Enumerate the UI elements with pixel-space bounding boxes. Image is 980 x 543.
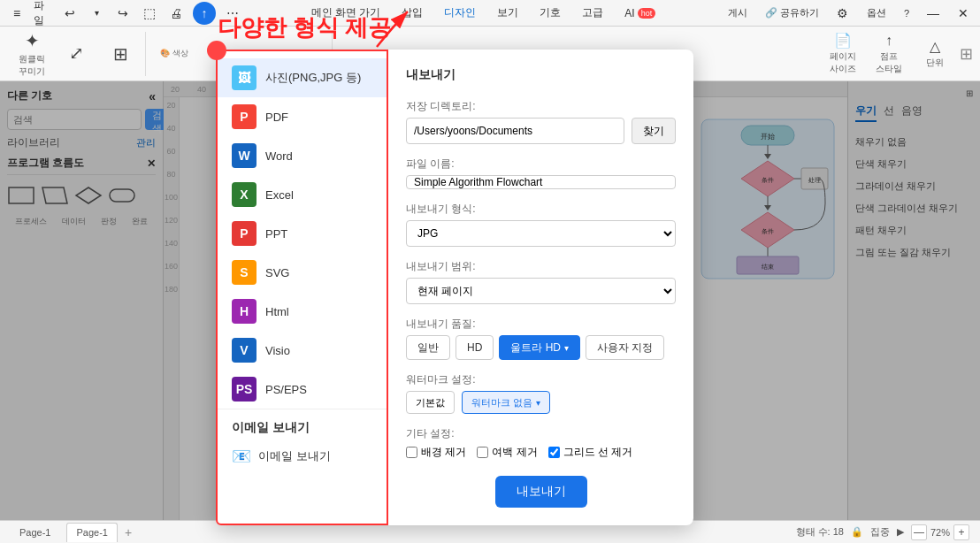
format-item-pdf[interactable]: P PDF [218,97,387,136]
play-btn[interactable]: ▶ [897,526,904,538]
filename-label: 파일 이름: [406,157,676,172]
window-close[interactable]: ✕ [953,4,973,23]
format-icon-image: 🖼 [232,65,256,90]
format-label-excel: Excel [265,188,294,202]
export-submit-btn[interactable]: 내보내기 [495,476,587,508]
format-label-ppt: PPT [265,227,287,241]
window-minimize[interactable]: — [923,4,943,23]
checkbox-bg-item[interactable]: 배경 제거 [406,445,466,460]
print-btn[interactable]: 🖨 [166,4,186,23]
format-item-pseps[interactable]: PS PS/EPS [218,370,387,409]
filename-input[interactable] [406,175,676,189]
jump-style-icon: ↑ [885,33,892,49]
quality-ultra-hd-btn[interactable]: 울트라 HD ▾ [499,335,580,360]
settings-icon[interactable]: ⚙ [833,4,853,23]
unit-btn[interactable]: △ 단위 [914,32,956,76]
arrange-btn[interactable]: ⊞ [99,32,142,76]
undo-dropdown[interactable]: ▾ [87,4,106,23]
menu-file-icon[interactable]: 파일 [34,4,53,23]
zoom-in-btn[interactable]: + [953,524,969,540]
zoom-control: — 72% + [911,524,969,540]
checkbox-margin-item[interactable]: 여백 제거 [477,445,537,460]
unit-label: 단위 [926,57,944,69]
zoom-level: 72% [930,527,950,538]
status-right: 형태 수: 18 🔒 집중 ▶ — 72% + [796,524,969,540]
toolbar-expand-icon[interactable]: ⊞ [960,44,973,64]
quality-ultra-hd-label: 울트라 HD [510,340,561,356]
format-item-ppt[interactable]: P PPT [218,214,387,253]
zoom-out-btn[interactable]: — [911,524,927,540]
quality-custom-btn[interactable]: 사용자 지정 [586,335,664,360]
save-btn[interactable]: ⬚ [140,4,159,23]
group-focus-btn[interactable]: 집중 [870,525,890,539]
checkbox-bg-label: 배경 제거 [421,445,466,460]
watermark-none-btn[interactable]: 워터마크 없음 ▾ [462,391,550,414]
watermark-default-btn[interactable]: 기본값 [406,391,455,414]
jump-style-btn[interactable]: ↑ 점프스타일 [868,32,910,76]
undo-btn[interactable]: ↩ [60,4,80,23]
page-tab-2[interactable]: Page-1 [66,523,117,542]
email-send-label: 이메일 보내기 [258,448,331,464]
quality-hd-btn[interactable]: HD [456,335,494,360]
one-click-btn[interactable]: ✦ 원클릭꾸미기 [11,32,53,76]
export-share-btn[interactable]: ↑ [193,2,216,25]
color-btn[interactable]: 🎨 색상 [153,32,195,76]
menu-design[interactable]: 디자인 [440,4,479,22]
other-settings-label: 기타 설정: [406,426,676,441]
scope-label: 내보내기 범위: [406,259,676,274]
connect-btn[interactable]: ⤢ [55,32,97,76]
options-btn[interactable]: 옵션 [863,4,890,21]
page-size-btn[interactable]: 📄 페이지사이즈 [822,32,864,76]
watermark-group: 워터마크 설정: 기본값 워터마크 없음 ▾ [406,372,676,414]
help-btn[interactable]: ? [900,6,913,20]
post-btn[interactable]: 게시 [724,4,751,21]
format-select[interactable]: JPG [406,220,676,247]
email-section-title: 이메일 보내기 [232,420,372,436]
storage-path-input[interactable] [406,118,624,144]
modal-overlay[interactable]: 다양한 형식 제공 🖼 사진(PNG,JPG 등) P PDF [0,81,980,520]
format-item-visio[interactable]: V Visio [218,331,387,370]
checkbox-grid[interactable] [548,447,560,458]
app-menu-icon[interactable]: ≡ [7,4,27,23]
menu-view[interactable]: 보기 [494,4,522,22]
redo-btn[interactable]: ↪ [113,4,133,23]
format-group: 내보내기 형식: JPG [406,202,676,247]
email-icon: 📧 [232,447,251,466]
page-add-btn[interactable]: + [125,525,132,539]
checkbox-margin[interactable] [477,447,488,458]
format-item-image[interactable]: 🖼 사진(PNG,JPG 등) [218,58,387,97]
quality-row: 일반 HD 울트라 HD ▾ 사용자 지정 [406,335,676,360]
format-label-visio: Visio [265,344,290,357]
menu-symbol[interactable]: 기호 [536,4,564,22]
format-list-container: 다양한 형식 제공 🖼 사진(PNG,JPG 등) P PDF [216,50,388,525]
share-btn[interactable]: 🔗 공유하기 [762,4,823,21]
connect-icon: ⤢ [69,42,84,64]
format-item-html[interactable]: H Html [218,292,387,331]
email-send-btn[interactable]: 📧 이메일 보내기 [232,443,372,470]
menu-bar-right: 게시 🔗 공유하기 ⚙ 옵션 ? — ✕ [724,4,973,23]
checkbox-grid-item[interactable]: 그리드 선 제거 [548,445,633,460]
lock-icon[interactable]: 🔒 [851,526,863,538]
unit-icon: △ [930,38,940,55]
format-icon-word: W [232,143,256,168]
menu-bar-left: ≡ 파일 ↩ ▾ ↪ ⬚ 🖨 ↑ ⋯ [7,2,242,25]
page-tab-1[interactable]: Page-1 [11,523,59,542]
quality-normal-btn[interactable]: 일반 [406,335,450,360]
browse-button[interactable]: 찾기 [632,118,676,144]
format-icon-excel: X [232,182,256,207]
quality-group: 내보내기 품질: 일반 HD 울트라 HD ▾ 사용자 지정 [406,317,676,360]
format-label-pdf: PDF [265,111,288,124]
arrange-icon: ⊞ [113,43,128,65]
filename-group: 파일 이름: [406,157,676,189]
format-item-svg[interactable]: S SVG [218,253,387,292]
format-item-word[interactable]: W Word [218,136,387,175]
format-item-excel[interactable]: X Excel [218,175,387,214]
checkbox-grid-label: 그리드 선 제거 [563,445,633,460]
modal-close-btn[interactable] [207,41,226,60]
checkbox-bg[interactable] [406,447,417,458]
menu-ai[interactable]: AI hot [621,5,659,21]
menu-advanced[interactable]: 고급 [578,4,607,22]
format-icon-visio: V [232,338,256,363]
scope-select[interactable]: 현재 페이지 [406,278,676,304]
export-modal: 다양한 형식 제공 🖼 사진(PNG,JPG 등) P PDF [216,50,693,525]
